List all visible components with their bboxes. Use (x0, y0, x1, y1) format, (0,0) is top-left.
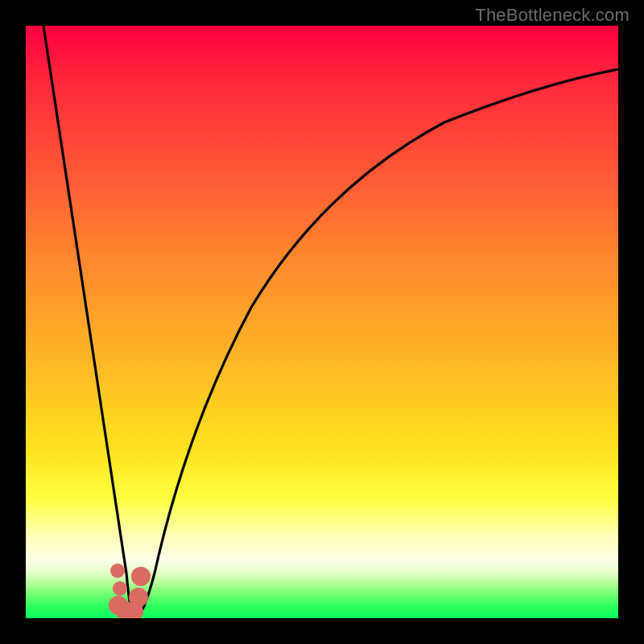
marker-group (109, 564, 151, 618)
marker-dot-a (110, 564, 125, 578)
chart-frame: TheBottleneck.com (0, 0, 644, 644)
marker-dot-b (113, 581, 127, 596)
plot-area (26, 26, 618, 618)
marker-j-head (131, 567, 151, 586)
marker-j-foot3 (109, 596, 128, 615)
bottleneck-curve-path (43, 26, 618, 618)
watermark-text: TheBottleneck.com (475, 5, 630, 26)
curves-svg (26, 26, 618, 618)
